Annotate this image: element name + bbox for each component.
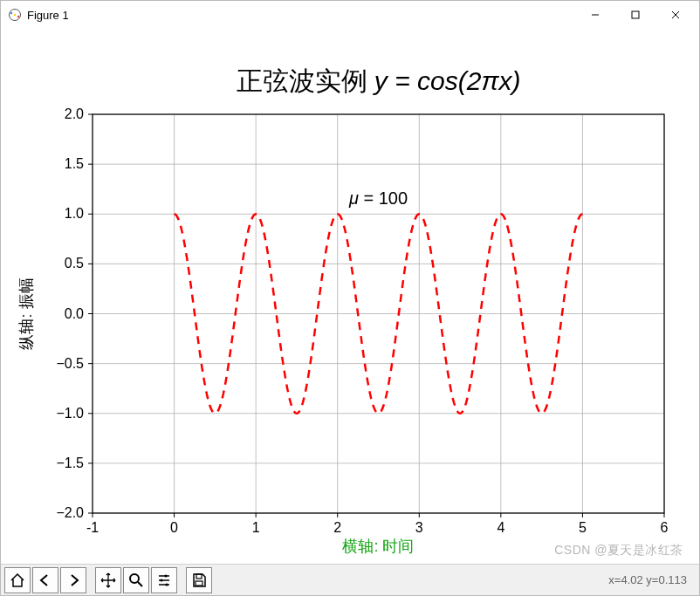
svg-text:-1: -1 bbox=[86, 520, 99, 535]
window-title: Figure 1 bbox=[27, 9, 69, 22]
svg-rect-69 bbox=[196, 581, 202, 586]
svg-text:0: 0 bbox=[170, 520, 178, 535]
svg-text:1.0: 1.0 bbox=[65, 206, 84, 221]
coord-readout: x=4.02 y=0.113 bbox=[608, 573, 687, 586]
configure-subplots-button[interactable] bbox=[151, 567, 177, 593]
svg-point-60 bbox=[130, 574, 139, 583]
x-axis-label: 横轴: 时间 bbox=[342, 538, 414, 555]
window-titlebar: Figure 1 bbox=[1, 1, 699, 29]
plot-svg: -10123456−2.0−1.5−1.0−0.50.00.51.01.52.0… bbox=[1, 29, 699, 565]
svg-text:2: 2 bbox=[333, 520, 341, 535]
minimize-button[interactable] bbox=[575, 2, 615, 28]
svg-text:−1.5: −1.5 bbox=[56, 456, 84, 470]
zoom-button[interactable] bbox=[123, 567, 149, 593]
save-button[interactable] bbox=[186, 567, 212, 593]
svg-rect-5 bbox=[632, 11, 639, 18]
svg-text:−1.0: −1.0 bbox=[56, 406, 84, 421]
svg-text:4: 4 bbox=[497, 520, 504, 535]
svg-point-2 bbox=[10, 12, 12, 14]
svg-text:1.5: 1.5 bbox=[65, 156, 84, 171]
svg-text:5: 5 bbox=[579, 520, 587, 535]
svg-point-67 bbox=[165, 583, 168, 586]
svg-line-61 bbox=[138, 582, 142, 586]
home-button[interactable] bbox=[4, 567, 31, 593]
svg-point-63 bbox=[164, 574, 167, 577]
chart-title: 正弦波实例 y = cos(2πx) bbox=[237, 66, 521, 95]
forward-button[interactable] bbox=[60, 567, 86, 593]
svg-text:2.0: 2.0 bbox=[65, 106, 84, 121]
pan-button[interactable] bbox=[95, 567, 121, 593]
svg-text:−0.5: −0.5 bbox=[56, 356, 84, 371]
svg-point-3 bbox=[17, 16, 19, 17]
y-axis-label: 纵轴: 振幅 bbox=[17, 277, 35, 349]
svg-text:3: 3 bbox=[415, 520, 423, 535]
svg-point-65 bbox=[160, 579, 162, 581]
svg-text:0.5: 0.5 bbox=[65, 256, 84, 271]
svg-text:1: 1 bbox=[252, 520, 260, 535]
svg-point-1 bbox=[14, 14, 16, 16]
close-button[interactable] bbox=[655, 2, 696, 28]
svg-text:0.0: 0.0 bbox=[65, 306, 84, 321]
mpl-toolbar: x=4.02 y=0.113 bbox=[1, 564, 699, 595]
maximize-button[interactable] bbox=[615, 2, 655, 28]
figure-canvas[interactable]: -10123456−2.0−1.5−1.0−0.50.00.51.01.52.0… bbox=[1, 29, 699, 564]
svg-text:−2.0: −2.0 bbox=[56, 505, 84, 520]
svg-text:6: 6 bbox=[661, 520, 669, 535]
app-icon bbox=[8, 8, 22, 22]
annotation-text: μ = 100 bbox=[348, 188, 408, 208]
back-button[interactable] bbox=[32, 567, 58, 593]
